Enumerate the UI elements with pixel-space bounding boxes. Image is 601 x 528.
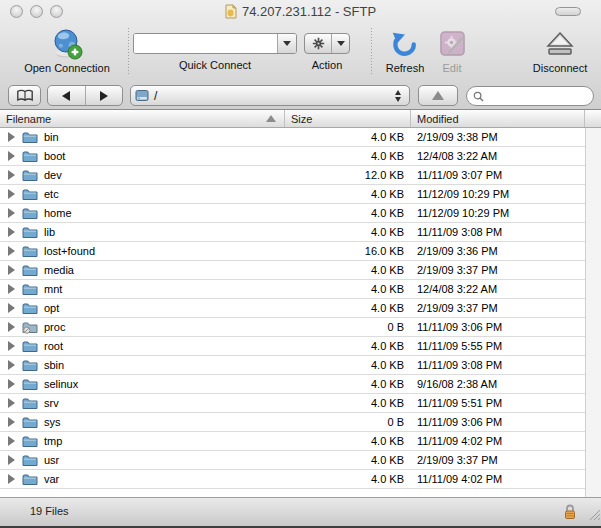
folder-icon <box>22 188 38 201</box>
disclosure-triangle-icon[interactable] <box>8 303 15 313</box>
back-button[interactable] <box>48 86 85 105</box>
forward-button[interactable] <box>85 86 123 105</box>
path-popup[interactable]: / <box>130 85 410 106</box>
filename-cell: dev <box>0 169 285 182</box>
disclosure-triangle-icon[interactable] <box>8 227 15 237</box>
toolbar-separator <box>371 28 372 74</box>
table-row[interactable]: tmp 4.0 KB 11/11/09 4:02 PM <box>0 432 585 451</box>
table-row[interactable]: media 4.0 KB 2/19/09 3:37 PM <box>0 261 585 280</box>
file-modified: 11/11/09 5:51 PM <box>411 397 571 409</box>
table-row[interactable]: bin 4.0 KB 2/19/09 3:38 PM <box>0 128 585 147</box>
table-row[interactable]: var 4.0 KB 11/11/09 4:02 PM <box>0 470 585 489</box>
table-row[interactable]: sys 0 B 11/11/09 3:06 PM <box>0 413 585 432</box>
disclosure-triangle-icon[interactable] <box>8 151 15 161</box>
current-path: / <box>154 89 391 103</box>
table-row[interactable]: home 4.0 KB 11/12/09 10:29 PM <box>0 204 585 223</box>
toolbar: Open Connection Quick Connect <box>0 22 601 80</box>
table-row[interactable]: selinux 4.0 KB 9/16/08 2:38 AM <box>0 375 585 394</box>
go-up-button[interactable] <box>418 85 458 106</box>
file-size: 16.0 KB <box>285 245 411 257</box>
file-size: 4.0 KB <box>285 397 411 409</box>
gear-icon[interactable] <box>305 34 332 53</box>
action-group: Action <box>302 26 352 78</box>
table-row[interactable]: etc 4.0 KB 11/12/09 10:29 PM <box>0 185 585 204</box>
search-field[interactable] <box>466 86 594 106</box>
resize-grip[interactable] <box>586 506 600 524</box>
bookmarks-button[interactable] <box>8 85 41 106</box>
secure-lock-icon[interactable] <box>563 504 577 524</box>
column-header-size[interactable]: Size <box>285 110 411 127</box>
folder-icon <box>22 416 38 429</box>
scrollbar-track[interactable] <box>585 128 601 497</box>
file-name: lib <box>44 226 55 238</box>
table-row[interactable]: proc 0 B 11/11/09 3:06 PM <box>0 318 585 337</box>
proxy-document-icon[interactable] <box>225 4 237 19</box>
quick-connect-dropdown-button[interactable] <box>277 34 296 53</box>
refresh-icon <box>391 26 419 61</box>
table-row[interactable]: srv 4.0 KB 11/11/09 5:51 PM <box>0 394 585 413</box>
folder-icon <box>22 245 38 258</box>
disclosure-triangle-icon[interactable] <box>8 398 15 408</box>
column-header-filename[interactable]: Filename <box>0 110 285 127</box>
refresh-button[interactable]: Refresh <box>379 26 431 78</box>
table-row[interactable]: boot 4.0 KB 12/4/08 3:22 AM <box>0 147 585 166</box>
filename-cell: root <box>0 340 285 353</box>
table-row[interactable]: lost+found 16.0 KB 2/19/09 3:36 PM <box>0 242 585 261</box>
file-size: 0 B <box>285 416 411 428</box>
file-name: boot <box>44 150 65 162</box>
disclosure-triangle-icon[interactable] <box>8 170 15 180</box>
table-row[interactable]: mnt 4.0 KB 12/4/08 3:22 AM <box>0 280 585 299</box>
action-button[interactable] <box>304 33 350 54</box>
disclosure-triangle-icon[interactable] <box>8 284 15 294</box>
popup-stepper-icon <box>391 90 405 102</box>
pathbar: / <box>0 82 601 110</box>
disclosure-triangle-icon[interactable] <box>8 208 15 218</box>
toolbar-toggle-pill[interactable] <box>555 7 581 16</box>
action-dropdown-button[interactable] <box>332 34 349 53</box>
book-icon <box>16 89 34 102</box>
search-input[interactable] <box>487 89 587 103</box>
file-name: usr <box>44 454 59 466</box>
titlebar[interactable]: 74.207.231.112 - SFTP <box>0 0 601 22</box>
folder-no-access-icon <box>22 321 38 334</box>
disclosure-triangle-icon[interactable] <box>8 436 15 446</box>
filename-cell: var <box>0 473 285 486</box>
file-modified: 2/19/09 3:37 PM <box>411 264 571 276</box>
disclosure-triangle-icon[interactable] <box>8 379 15 389</box>
table-row[interactable]: root 4.0 KB 11/11/09 5:55 PM <box>0 337 585 356</box>
disconnect-button[interactable]: Disconnect <box>524 26 596 78</box>
file-name: srv <box>44 397 59 409</box>
disclosure-triangle-icon[interactable] <box>8 474 15 484</box>
window-chrome: 74.207.231.112 - SFTP <box>0 0 601 110</box>
disclosure-triangle-icon[interactable] <box>8 189 15 199</box>
quick-connect-input[interactable] <box>134 34 277 53</box>
sort-ascending-icon <box>266 115 276 122</box>
table-row[interactable]: opt 4.0 KB 2/19/09 3:37 PM <box>0 299 585 318</box>
disclosure-triangle-icon[interactable] <box>8 265 15 275</box>
filename-cell: media <box>0 264 285 277</box>
disclosure-triangle-icon[interactable] <box>8 341 15 351</box>
quick-connect-combobox[interactable] <box>133 33 297 54</box>
table-row[interactable]: lib 4.0 KB 11/11/09 3:08 PM <box>0 223 585 242</box>
folder-icon <box>22 150 38 163</box>
filename-cell: bin <box>0 131 285 144</box>
filename-cell: etc <box>0 188 285 201</box>
table-row[interactable]: usr 4.0 KB 2/19/09 3:37 PM <box>0 451 585 470</box>
search-icon <box>473 91 484 102</box>
table-row[interactable]: dev 12.0 KB 11/11/09 3:07 PM <box>0 166 585 185</box>
disclosure-triangle-icon[interactable] <box>8 132 15 142</box>
file-modified: 9/16/08 2:38 AM <box>411 378 571 390</box>
file-name: tmp <box>44 435 62 447</box>
column-header-modified[interactable]: Modified <box>411 110 585 127</box>
volume-icon <box>135 89 149 102</box>
disclosure-triangle-icon[interactable] <box>8 360 15 370</box>
table-row[interactable]: sbin 4.0 KB 11/11/09 3:08 PM <box>0 356 585 375</box>
disclosure-triangle-icon[interactable] <box>8 417 15 427</box>
disclosure-triangle-icon[interactable] <box>8 322 15 332</box>
disclosure-triangle-icon[interactable] <box>8 455 15 465</box>
file-size: 4.0 KB <box>285 340 411 352</box>
disconnect-label: Disconnect <box>533 62 587 74</box>
folder-icon <box>22 454 38 467</box>
disclosure-triangle-icon[interactable] <box>8 246 15 256</box>
open-connection-button[interactable]: Open Connection <box>8 26 126 78</box>
